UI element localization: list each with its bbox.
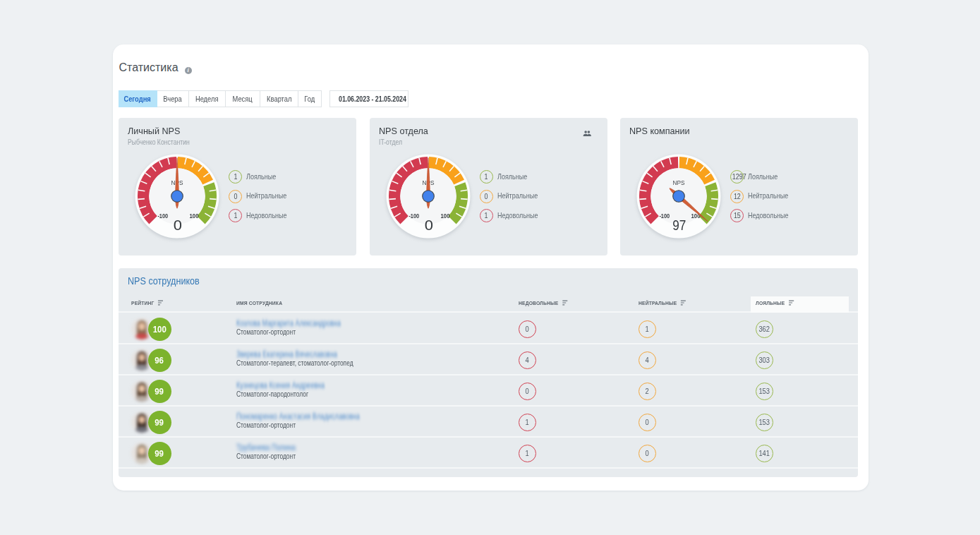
svg-text:97: 97	[672, 216, 686, 232]
svg-text:0: 0	[174, 216, 182, 232]
svg-text:-100: -100	[659, 212, 670, 220]
svg-text:100: 100	[190, 212, 199, 220]
svg-text:0: 0	[424, 216, 432, 232]
svg-text:100: 100	[440, 212, 449, 220]
svg-text:-100: -100	[157, 212, 168, 220]
svg-text:NPS: NPS	[673, 178, 685, 186]
svg-text:-100: -100	[409, 212, 419, 220]
